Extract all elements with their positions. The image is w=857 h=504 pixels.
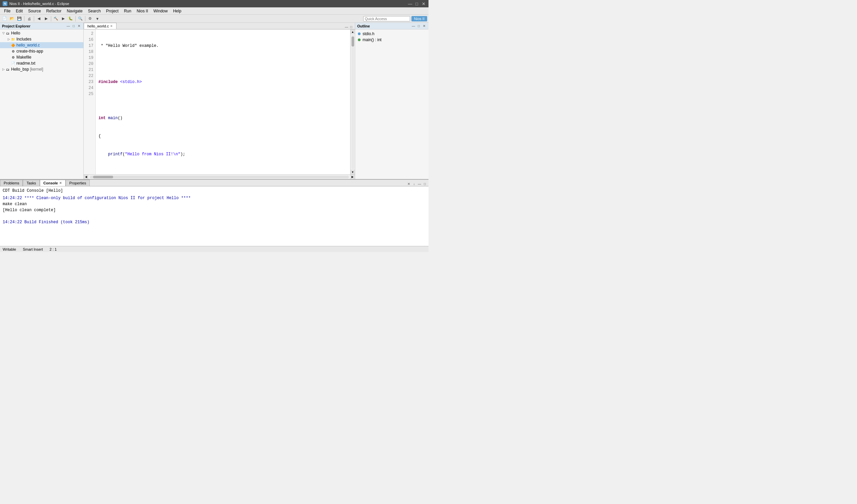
title-bar-controls[interactable]: — □ ✕ — [408, 1, 426, 6]
menu-refactor[interactable]: Refactor — [44, 8, 64, 14]
outline-dot-stdio — [358, 32, 360, 35]
editor-vscrollbar[interactable]: ▲ ▼ — [350, 30, 355, 174]
vscroll-down-btn[interactable]: ▼ — [351, 170, 355, 174]
toolbar-build[interactable]: 🔨 — [53, 16, 59, 22]
tree-item-create-app[interactable]: ⚙ create-this-app — [0, 48, 83, 54]
editor-area: hello_world.c ✕ — □ 2 16 17 18 19 20 21 … — [84, 23, 355, 179]
maximize-button[interactable]: □ — [415, 1, 419, 6]
outline-header: Outline — □ ✕ — [355, 23, 428, 30]
tab-console[interactable]: Console ✕ — [40, 180, 66, 186]
tree-toggle-hello: ▽ — [1, 31, 5, 35]
menu-run[interactable]: Run — [121, 8, 134, 14]
bottom-tab-controls: ✕ ↓ — □ — [405, 181, 428, 186]
editor-minimize-btn[interactable]: — — [344, 24, 349, 29]
console-clear-btn[interactable]: ✕ — [406, 181, 411, 186]
hscroll-thumb[interactable] — [93, 176, 113, 179]
menu-bar: File Edit Source Refactor Navigate Searc… — [0, 7, 428, 15]
toolbar-separator-2 — [34, 16, 34, 21]
toolbar-back[interactable]: ◀ — [35, 16, 42, 22]
project-explorer-header: Project Explorer — □ ✕ — [0, 23, 83, 30]
tree-item-hello-bsp[interactable]: ▷ 🗂 Hello_bsp [kernel] — [0, 66, 83, 72]
folder-icon-bsp: 🗂 — [5, 67, 10, 72]
outline-maximize-btn[interactable]: □ — [417, 24, 421, 29]
outline-minimize-btn[interactable]: — — [411, 24, 416, 29]
hscroll-track[interactable] — [90, 176, 349, 179]
hscroll-left-btn[interactable]: ◀ — [84, 175, 88, 179]
tab-label-properties: Properties — [69, 181, 86, 185]
outline-panel: Outline — □ ✕ stdio.h main() : int — [355, 23, 428, 179]
console-line-1: make clean — [3, 201, 426, 207]
tree-item-hello[interactable]: ▽ 🗂 Hello — [0, 30, 83, 36]
panel-close-icon[interactable]: ✕ — [77, 24, 81, 29]
toolbar-extra1[interactable]: ⚙ — [87, 16, 94, 22]
menu-help[interactable]: Help — [170, 8, 184, 14]
toolbar-debug[interactable]: 🐛 — [67, 16, 74, 22]
code-content[interactable]: * "Hello World" example. #include <stdio… — [96, 30, 350, 174]
panel-maximize-icon[interactable]: □ — [71, 24, 76, 29]
menu-window[interactable]: Window — [151, 8, 170, 14]
editor-hscrollbar[interactable]: ◀ ▶ — [84, 174, 355, 179]
title-bar: N Nios II - Hello/hello_world.c - Eclips… — [0, 0, 428, 7]
vscroll-up-btn[interactable]: ▲ — [351, 30, 355, 34]
editor-maximize-btn[interactable]: □ — [349, 24, 354, 29]
vscroll-thumb[interactable] — [352, 36, 354, 47]
main-content: Project Explorer — □ ✕ ▽ 🗂 Hello ▷ 📁 Inc… — [0, 23, 428, 179]
tab-hello-world-c[interactable]: hello_world.c ✕ — [84, 23, 117, 29]
toolbar-run[interactable]: ▶ — [60, 16, 67, 22]
toolbar-extra2[interactable]: ▼ — [94, 16, 101, 22]
toolbar-forward[interactable]: ▶ — [43, 16, 50, 22]
perspective-button[interactable]: Nios II — [411, 16, 427, 21]
tree-item-includes[interactable]: ▷ 📁 Includes — [0, 36, 83, 42]
console-maximize-btn[interactable]: □ — [422, 181, 427, 186]
tree-item-readme[interactable]: 📄 readme.txt — [0, 60, 83, 66]
tree-item-hello-world-c[interactable]: 🔶 hello_world.c — [0, 42, 83, 48]
toolbar-new[interactable]: 📄 — [1, 16, 8, 22]
vscroll-track[interactable] — [352, 35, 354, 169]
tab-close-hw[interactable]: ✕ — [110, 24, 113, 28]
panel-minimize-icon[interactable]: — — [66, 24, 71, 29]
outline-close-btn[interactable]: ✕ — [422, 24, 426, 29]
menu-edit[interactable]: Edit — [13, 8, 26, 14]
menu-search[interactable]: Search — [85, 8, 103, 14]
menu-niosii[interactable]: Nios II — [134, 8, 151, 14]
minimize-button[interactable]: — — [408, 1, 413, 6]
close-button[interactable]: ✕ — [421, 1, 426, 6]
tab-label-problems: Problems — [4, 181, 19, 185]
console-scroll-btn[interactable]: ↓ — [412, 181, 417, 186]
quick-access-input[interactable] — [363, 16, 410, 21]
console-minimize-btn[interactable]: — — [417, 181, 422, 186]
toolbar-print[interactable]: 🖨 — [26, 16, 32, 22]
tab-tasks[interactable]: Tasks — [23, 180, 39, 186]
code-line-20: { — [98, 133, 348, 139]
tree-toggle-bsp: ▷ — [1, 67, 5, 71]
console-title-line: CDT Build Console [Hello] — [3, 188, 426, 194]
menu-file[interactable]: File — [1, 8, 13, 14]
code-line-17: #include <stdio.h> — [98, 79, 348, 85]
outline-item-main[interactable]: main() : int — [356, 37, 427, 43]
panel-header-icons: — □ ✕ — [66, 24, 81, 29]
console-line-3 — [3, 213, 426, 219]
toolbar-save[interactable]: 💾 — [16, 16, 23, 22]
tab-console-close[interactable]: ✕ — [59, 181, 62, 185]
hscroll-right-btn[interactable]: ▶ — [350, 175, 355, 179]
outline-item-stdio[interactable]: stdio.h — [356, 31, 427, 37]
menu-navigate[interactable]: Navigate — [64, 8, 85, 14]
tree-item-makefile[interactable]: ⚙ Makefile — [0, 54, 83, 60]
menu-project[interactable]: Project — [103, 8, 121, 14]
tab-properties[interactable]: Properties — [66, 180, 90, 186]
menu-source[interactable]: Source — [26, 8, 44, 14]
toolbar-search[interactable]: 🔍 — [77, 16, 84, 22]
code-editor[interactable]: 2 16 17 18 19 20 21 22 23 24 25 * "Hello… — [84, 30, 355, 174]
tree-label-hello: Hello — [11, 31, 20, 35]
tree-label-readme: readme.txt — [16, 61, 35, 66]
toolbar-right: Nios II — [363, 16, 427, 21]
tree-toggle-includes: ▷ — [7, 37, 11, 41]
tree-label-includes: Includes — [16, 37, 32, 41]
code-line-16 — [98, 61, 348, 67]
status-writable: Writable — [3, 247, 16, 251]
line-numbers: 2 16 17 18 19 20 21 22 23 24 25 — [84, 30, 96, 174]
code-line-18 — [98, 97, 348, 103]
tab-problems[interactable]: Problems — [0, 180, 23, 186]
outline-label-stdio: stdio.h — [363, 32, 374, 36]
toolbar-open[interactable]: 📂 — [9, 16, 15, 22]
